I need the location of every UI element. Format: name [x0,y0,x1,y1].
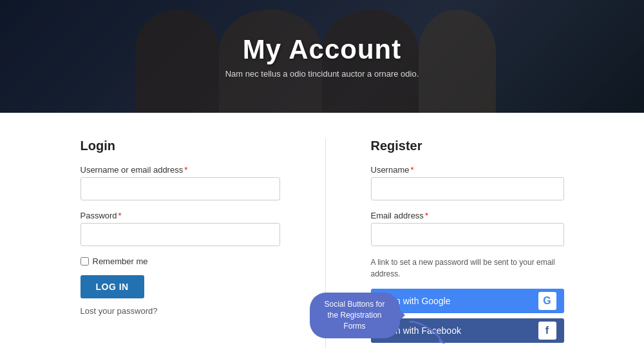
facebook-icon: f [538,322,556,340]
lost-password-link[interactable]: Lost your password? [80,306,280,316]
username-label: Username or email address* [80,165,280,175]
reg-username-group: Username* [371,165,564,200]
register-title: Register [371,139,564,153]
google-login-button[interactable]: Login with Google G [371,289,564,313]
svg-marker-0 [439,338,445,344]
facebook-login-button[interactable]: Login with Facebook f [371,318,564,343]
username-group: Username or email address* [80,165,280,200]
hero-subtitle: Nam nec tellus a odio tincidunt auctor a… [225,69,419,79]
tooltip-bubble: Social Buttons for the Registration Form… [310,293,400,338]
login-title: Login [80,139,280,153]
reg-email-group: Email address* [371,211,564,246]
tooltip-arrow [406,318,445,347]
remember-checkbox[interactable] [80,257,89,266]
username-input[interactable] [80,177,280,200]
login-section: Login Username or email address* Passwor… [80,139,280,348]
main-content: Login Username or email address* Passwor… [0,113,644,348]
register-section: Register Username* Email address* A link… [371,139,564,348]
reg-email-required: * [425,211,428,220]
remember-row: Remember me [80,256,280,266]
reg-email-input[interactable] [371,223,564,246]
hero-content: My Account Nam nec tellus a odio tincidu… [225,34,419,79]
password-label: Password* [80,211,280,220]
reg-username-required: * [410,165,413,175]
password-required: * [118,211,122,220]
username-required: * [184,165,187,175]
password-input[interactable] [80,223,280,246]
hero-section: My Account Nam nec tellus a odio tincidu… [0,0,644,113]
login-button[interactable]: LOG IN [80,275,144,298]
reg-username-input[interactable] [371,177,564,200]
reg-username-label: Username* [371,165,564,175]
password-hint: A link to set a new password will be sen… [371,256,564,280]
remember-label: Remember me [93,256,148,266]
google-icon: G [538,292,556,310]
hero-title: My Account [225,34,419,65]
password-group: Password* [80,211,280,246]
reg-email-label: Email address* [371,211,564,220]
